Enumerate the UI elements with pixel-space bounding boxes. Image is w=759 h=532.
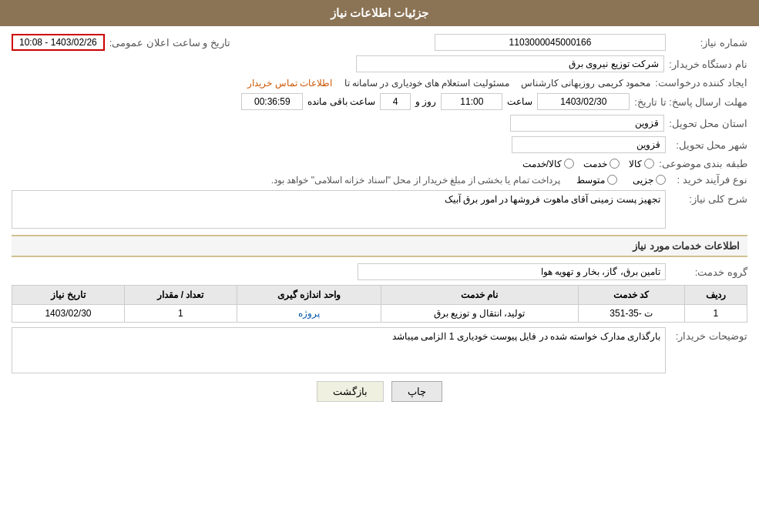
province-row: استان محل تحویل: — [12, 115, 747, 132]
cell-service-code: ت -35-351 — [578, 305, 684, 323]
need-number-input[interactable] — [435, 34, 666, 51]
radio-service-label[interactable]: خدمت — [583, 159, 620, 169]
creator-label: ایجاد کننده درخواست: — [655, 77, 747, 89]
col-service-name: نام خدمت — [381, 286, 578, 305]
purchase-type-row: نوع فرآیند خرید : جزیی متوسط پرداخت تمام… — [12, 174, 747, 186]
creator-person: محمود کریمی روزبهانی کارشناس — [521, 78, 650, 89]
category-row: طبقه بندی موضوعی: کالا خدمت کالا/خدمت — [12, 158, 747, 169]
radio-partial-label[interactable]: جزیی — [633, 175, 666, 186]
deadline-time-label: ساعت — [507, 96, 532, 107]
creator-responsibility: مسئولیت استعلام های خودیاری در سامانه تا — [344, 78, 509, 89]
province-label: استان محل تحویل: — [669, 118, 747, 129]
radio-service[interactable] — [610, 159, 620, 169]
deadline-days-label: روز و — [415, 96, 436, 107]
col-row-num: ردیف — [684, 286, 747, 305]
date-label: تاریخ و ساعت اعلان عمومی: — [109, 37, 230, 49]
deadline-date-input[interactable] — [537, 93, 630, 110]
deadline-remaining-input[interactable] — [241, 93, 303, 110]
description-label: شرح کلی نیاز: — [670, 190, 747, 205]
radio-partial-text: جزیی — [633, 175, 653, 186]
radio-goods-label[interactable]: کالا — [629, 159, 654, 169]
radio-goods-text: کالا — [629, 159, 642, 169]
col-unit: واحد اندازه گیری — [237, 286, 381, 305]
cell-count: 1 — [124, 305, 237, 323]
radio-service-text: خدمت — [583, 159, 607, 169]
content-area: شماره نیاز: تاریخ و ساعت اعلان عمومی: 14… — [0, 26, 759, 417]
radio-medium[interactable] — [607, 175, 617, 185]
service-group-label: گروه خدمت: — [670, 266, 747, 278]
table-row: 1 ت -35-351 تولید، انتقال و توزیع برق پر… — [12, 305, 747, 323]
contact-link[interactable]: اطلاعات تماس خریدار — [247, 78, 332, 89]
purchase-note: پرداخت تمام یا بخشی از مبلغ خریدار از مح… — [12, 175, 560, 186]
col-service-code: کد خدمت — [578, 286, 684, 305]
deadline-remaining-label: ساعت باقی مانده — [307, 96, 375, 107]
radio-goods-service[interactable] — [564, 159, 574, 169]
deadline-days-input[interactable] — [380, 93, 411, 110]
col-date: تاریخ نیاز — [12, 286, 125, 305]
cell-unit: پروژه — [237, 305, 381, 323]
buyer-input[interactable] — [356, 55, 664, 72]
page-header: جزئیات اطلاعات نیاز — [0, 0, 759, 26]
buyer-notes-row: توضیحات خریدار: بارگذاری مدارک خواسته شد… — [12, 327, 747, 373]
radio-goods[interactable] — [644, 159, 654, 169]
back-button[interactable]: بازگشت — [317, 381, 384, 402]
need-number-row: شماره نیاز: تاریخ و ساعت اعلان عمومی: 14… — [12, 34, 747, 51]
buyer-name-row: نام دستگاه خریدار: — [12, 55, 747, 72]
buyer-notes-label: توضیحات خریدار: — [670, 327, 747, 342]
col-count: تعداد / مقدار — [124, 286, 237, 305]
radio-goods-service-text: کالا/خدمت — [522, 159, 562, 169]
description-row: شرح کلی نیاز: تجهیز پست زمینی آقای ماهوت… — [12, 190, 747, 229]
radio-medium-label[interactable]: متوسط — [576, 175, 617, 186]
purchase-radio-group: جزیی متوسط — [576, 175, 666, 186]
description-textarea[interactable]: تجهیز پست زمینی آقای ماهوت فروشها در امو… — [12, 190, 666, 229]
buyer-label: نام دستگاه خریدار: — [669, 59, 747, 70]
print-button[interactable]: چاپ — [391, 381, 442, 402]
services-table: ردیف کد خدمت نام خدمت واحد اندازه گیری ت… — [12, 285, 747, 323]
cell-service-name: تولید، انتقال و توزیع برق — [381, 305, 578, 323]
services-section-title: اطلاعات خدمات مورد نیاز — [12, 235, 747, 257]
category-radio-group: کالا خدمت کالا/خدمت — [522, 159, 654, 169]
radio-partial[interactable] — [656, 175, 666, 185]
service-group-input[interactable] — [358, 263, 666, 280]
deadline-time-input[interactable] — [441, 93, 502, 110]
city-input[interactable] — [512, 136, 666, 153]
deadline-label: مهلت ارسال پاسخ: تا تاریخ: — [634, 96, 747, 108]
page-title: جزئیات اطلاعات نیاز — [331, 6, 428, 19]
category-label: طبقه بندی موضوعی: — [659, 158, 747, 169]
creator-row: ایجاد کننده درخواست: محمود کریمی روزبهان… — [12, 77, 747, 89]
date-display: 1403/02/26 - 10:08 — [12, 34, 105, 51]
purchase-type-label: نوع فرآیند خرید : — [670, 174, 747, 186]
page-container: جزئیات اطلاعات نیاز شماره نیاز: تاریخ و … — [0, 0, 759, 532]
cell-date: 1403/02/30 — [12, 305, 125, 323]
city-label: شهر محل تحویل: — [670, 139, 747, 151]
need-number-label: شماره نیاز: — [670, 37, 747, 49]
buyer-notes-textarea[interactable]: بارگذاری مدارک خواسته شده در فایل پیوست … — [12, 327, 666, 373]
radio-goods-service-label[interactable]: کالا/خدمت — [522, 159, 574, 169]
province-input[interactable] — [510, 115, 664, 132]
service-group-row: گروه خدمت: — [12, 263, 747, 280]
cell-row-num: 1 — [684, 305, 747, 323]
radio-medium-text: متوسط — [576, 175, 605, 186]
button-row: چاپ بازگشت — [12, 381, 747, 402]
city-row: شهر محل تحویل: — [12, 136, 747, 153]
deadline-row: مهلت ارسال پاسخ: تا تاریخ: ساعت روز و سا… — [12, 93, 747, 110]
